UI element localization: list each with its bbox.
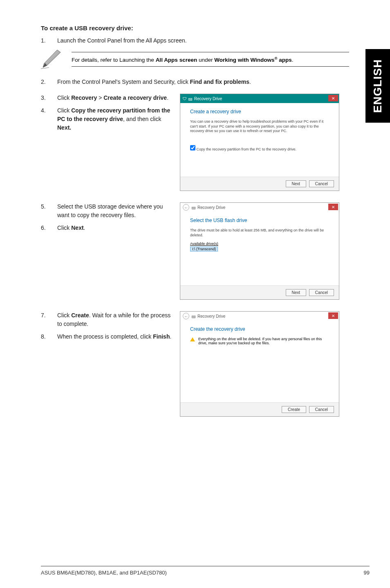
page-footer: ASUS BM6AE(MD780), BM1AE, and BP1AE(SD78… bbox=[41, 566, 370, 576]
footer-left: ASUS BM6AE(MD780), BM1AE, and BP1AE(SD78… bbox=[41, 570, 167, 576]
shield-icon: 🛡 bbox=[183, 97, 187, 101]
t: . bbox=[249, 79, 251, 85]
dialog-select-usb: ← 🖴 Recovery Drive ✕ Select the USB flas… bbox=[180, 202, 339, 300]
step-number: 6. bbox=[41, 224, 57, 232]
next-button[interactable]: Next bbox=[286, 180, 307, 187]
close-button[interactable]: ✕ bbox=[328, 204, 338, 210]
dialog-titlebar: ← 🖴 Recovery Drive ✕ bbox=[180, 203, 339, 212]
step-text: From the Control Panel's System and Secu… bbox=[57, 78, 370, 86]
step-text: Click Create. Wait for a while for the p… bbox=[57, 311, 172, 328]
dialog-title: Recovery Drive bbox=[197, 205, 225, 210]
t: . bbox=[167, 94, 168, 101]
step-6: 6. Click Next. bbox=[41, 224, 172, 232]
dialog-titlebar: ← 🖴 Recovery Drive ✕ bbox=[180, 312, 339, 321]
note-text: For details, refer to Launching the All … bbox=[72, 52, 349, 67]
note-block: For details, refer to Launching the All … bbox=[41, 49, 370, 70]
dialog-create-drive: ← 🖴 Recovery Drive ✕ Create the recovery… bbox=[180, 311, 339, 417]
step-3: 3. Click Recovery > Create a recovery dr… bbox=[41, 94, 172, 102]
dialog-title: Recovery Drive bbox=[194, 97, 222, 101]
create-button[interactable]: Create bbox=[282, 406, 306, 413]
dialog-heading: Create the recovery drive bbox=[190, 326, 329, 332]
dialog-buttons: Next Cancel bbox=[180, 285, 339, 299]
section-heading: To create a USB recovery drive: bbox=[41, 25, 370, 31]
dialog-buttons: Create Cancel bbox=[180, 402, 339, 416]
dialog-description: You can use a recovery drive to help tro… bbox=[190, 119, 329, 134]
back-button[interactable]: ← bbox=[183, 313, 189, 319]
dialog-create-recovery: 🛡 🖴 Recovery Drive ✕ Create a recovery d… bbox=[180, 94, 339, 191]
t: Find and fix problems bbox=[190, 79, 249, 85]
drive-icon: 🖴 bbox=[192, 205, 196, 210]
step-number: 3. bbox=[41, 94, 57, 102]
dialog-heading: Create a recovery drive bbox=[190, 109, 329, 114]
dialog-heading: Select the USB flash drive bbox=[190, 218, 329, 223]
dialog-title: Recovery Drive bbox=[197, 314, 225, 319]
checkbox-label: Copy the recovery partition from the PC … bbox=[197, 147, 297, 151]
t: > bbox=[97, 94, 103, 101]
copy-partition-checkbox[interactable]: Copy the recovery partition from the PC … bbox=[190, 145, 329, 151]
checkbox-input[interactable] bbox=[190, 145, 195, 150]
step-5: 5. Select the USB storage device where y… bbox=[41, 202, 172, 220]
warning-text: Everything on the drive will be deleted.… bbox=[198, 337, 329, 345]
note-suffix: . bbox=[292, 57, 294, 63]
dialog-titlebar: 🛡 🖴 Recovery Drive ✕ bbox=[180, 94, 339, 103]
drive-icon: 🖴 bbox=[192, 314, 196, 319]
back-button[interactable]: ← bbox=[183, 204, 189, 211]
note-bold-2: Working with Windows® apps bbox=[214, 57, 292, 63]
t: Create bbox=[71, 312, 89, 319]
registered-icon: ® bbox=[275, 56, 278, 60]
step-text: Click Next. bbox=[57, 224, 172, 232]
note-b2a: Working with Windows bbox=[214, 57, 274, 63]
t: Next bbox=[71, 224, 83, 231]
note-b2b: apps bbox=[278, 57, 292, 63]
warning-icon bbox=[190, 337, 195, 341]
step-number: 8. bbox=[41, 332, 57, 341]
t: . bbox=[84, 224, 85, 231]
t: From the Control Panel's System and Secu… bbox=[57, 79, 190, 85]
pencil-icon bbox=[41, 49, 63, 70]
note-mid: under bbox=[197, 57, 214, 63]
step-number: 5. bbox=[41, 202, 57, 220]
step-text: Click Copy the recovery partition from t… bbox=[57, 106, 172, 132]
drive-item[interactable]: I:\ (Transcend) bbox=[190, 247, 218, 251]
step-text: Select the USB storage device where you … bbox=[57, 202, 172, 220]
t: . bbox=[170, 333, 171, 340]
note-bold-1: All Apps screen bbox=[156, 57, 197, 63]
side-tab-english: ENGLISH bbox=[365, 49, 390, 123]
available-drives-label: Available drive(s) bbox=[190, 242, 329, 246]
page-number: 99 bbox=[364, 570, 370, 576]
step-number: 2. bbox=[41, 78, 57, 86]
t: Click bbox=[57, 94, 71, 101]
dialog-description: The drive must be able to hold at least … bbox=[190, 228, 329, 238]
t: Create a recovery drive bbox=[103, 94, 167, 101]
step-4: 4. Click Copy the recovery partition fro… bbox=[41, 106, 172, 132]
t: Next. bbox=[57, 124, 71, 131]
step-number: 1. bbox=[41, 36, 57, 45]
step-8: 8. When the process is completed, click … bbox=[41, 332, 172, 341]
step-7: 7. Click Create. Wait for a while for th… bbox=[41, 311, 172, 328]
cancel-button[interactable]: Cancel bbox=[309, 289, 334, 296]
t: Click bbox=[57, 107, 71, 114]
t: Recovery bbox=[71, 94, 97, 101]
warning-row: Everything on the drive will be deleted.… bbox=[190, 337, 329, 345]
t: When the process is completed, click bbox=[57, 333, 153, 340]
t: Click bbox=[57, 312, 71, 319]
step-number: 4. bbox=[41, 106, 57, 132]
cancel-button[interactable]: Cancel bbox=[309, 180, 334, 187]
step-text: Launch the Control Panel from the All Ap… bbox=[57, 36, 370, 45]
note-prefix: For details, refer to Launching the bbox=[72, 57, 156, 63]
step-1: 1. Launch the Control Panel from the All… bbox=[41, 36, 370, 45]
drive-icon: 🖴 bbox=[188, 97, 193, 101]
cancel-button[interactable]: Cancel bbox=[309, 406, 334, 413]
step-text: When the process is completed, click Fin… bbox=[57, 332, 172, 341]
close-button[interactable]: ✕ bbox=[328, 312, 338, 319]
dialog-buttons: Next Cancel bbox=[180, 177, 339, 191]
t: , and then click bbox=[123, 116, 161, 122]
step-2: 2. From the Control Panel's System and S… bbox=[41, 78, 370, 86]
close-button[interactable]: ✕ bbox=[328, 95, 338, 101]
t: Finish bbox=[153, 333, 170, 340]
step-text: Click Recovery > Create a recovery drive… bbox=[57, 94, 172, 102]
step-number: 7. bbox=[41, 311, 57, 328]
t: Click bbox=[57, 224, 71, 231]
next-button[interactable]: Next bbox=[286, 289, 307, 296]
